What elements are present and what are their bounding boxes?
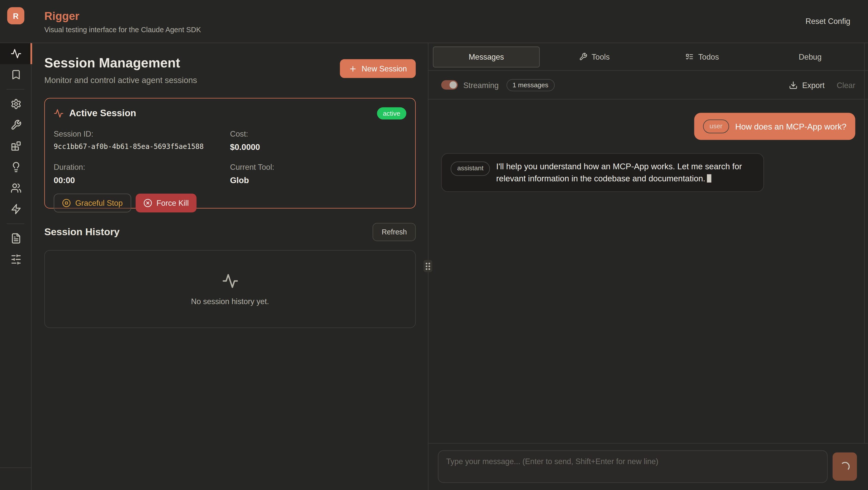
tab-todos-label: Todos — [698, 52, 719, 61]
new-session-button[interactable]: New Session — [340, 59, 416, 78]
active-session-card: Active Session active Session ID: 9cc1bb… — [44, 98, 416, 208]
list-todo-icon — [685, 53, 694, 61]
app-header: R Rigger Visual testing interface for th… — [0, 0, 868, 43]
status-badge: active — [377, 107, 406, 120]
user-message-text: How does an MCP-App work? — [735, 121, 846, 133]
gear-icon — [10, 98, 22, 109]
export-button[interactable]: Export — [789, 80, 825, 89]
page-subtitle: Monitor and control active agent session… — [44, 75, 197, 85]
new-session-label: New Session — [362, 64, 407, 73]
messages-scroll-area: user How does an MCP-App work? assistant… — [429, 100, 864, 443]
current-tool-label: Current Tool: — [230, 163, 406, 171]
session-id-label: Session ID: — [54, 130, 230, 138]
tab-debug-label: Debug — [799, 52, 822, 61]
sidebar-item-blocks[interactable] — [0, 136, 31, 157]
chat-toolbar: Streaming 1 messages Export Clear — [429, 71, 868, 99]
activity-icon — [222, 272, 239, 289]
users-icon — [10, 183, 22, 194]
refresh-button[interactable]: Refresh — [373, 223, 415, 241]
sidebar-item-bookmarks[interactable] — [0, 64, 31, 85]
force-kill-label: Force Kill — [156, 198, 189, 207]
role-badge-assistant: assistant — [451, 162, 490, 176]
sidebar-item-hooks[interactable] — [0, 198, 31, 220]
tab-debug[interactable]: Debug — [757, 46, 864, 67]
sidebar-item-settings[interactable] — [0, 94, 31, 115]
duration-label: Duration: — [54, 163, 230, 171]
duration-field: Duration: 00:00 — [54, 163, 230, 185]
app-subtitle: Visual testing interface for the Claude … — [44, 25, 201, 34]
role-badge-user: user — [703, 120, 729, 134]
lightbulb-icon — [10, 162, 22, 172]
graceful-stop-button[interactable]: Graceful Stop — [54, 194, 131, 213]
send-button[interactable] — [833, 452, 857, 481]
stop-circle-icon — [62, 198, 71, 207]
sidebar-nav — [0, 43, 31, 490]
sidebar-divider — [6, 89, 24, 90]
sliders-icon — [10, 254, 22, 265]
activity-icon — [10, 48, 22, 59]
app-logo: R — [7, 7, 24, 24]
assistant-message: assistant I'll help you understand how a… — [441, 154, 764, 192]
export-label: Export — [802, 80, 825, 89]
tab-todos[interactable]: Todos — [649, 46, 755, 67]
reset-config-button[interactable]: Reset Config — [806, 17, 850, 25]
plus-icon — [349, 64, 357, 73]
chat-tabbar: Messages Tools Todos Debug — [429, 43, 868, 71]
streaming-toggle[interactable] — [441, 80, 458, 90]
duration-value: 00:00 — [54, 175, 230, 185]
clear-button[interactable]: Clear — [837, 80, 856, 89]
session-id-field: Session ID: 9cc1bb67-af0b-4b61-85ea-5693… — [54, 130, 230, 152]
toggle-knob — [450, 81, 457, 89]
file-text-icon — [10, 233, 22, 244]
sidebar-item-logs[interactable] — [0, 228, 31, 249]
app-root: R Rigger Visual testing interface for th… — [0, 0, 868, 490]
download-icon — [789, 80, 798, 89]
chat-panel: Messages Tools Todos Debug Streaming 1 m… — [429, 43, 868, 490]
sidebar-item-sessions[interactable] — [0, 43, 31, 64]
blocks-icon — [10, 141, 22, 152]
graceful-stop-label: Graceful Stop — [75, 198, 123, 207]
active-session-title: Active Session — [69, 108, 136, 119]
session-history-empty-text: No session history yet. — [191, 297, 269, 306]
session-id-value: 9cc1bb67-af0b-4b61-85ea-5693f5ae1588 — [54, 142, 230, 151]
session-history-empty-card: No session history yet. — [44, 250, 416, 328]
force-kill-button[interactable]: Force Kill — [135, 194, 196, 213]
zap-icon — [10, 203, 22, 215]
activity-icon — [54, 108, 64, 119]
sidebar-divider — [6, 223, 24, 224]
message-count-badge: 1 messages — [506, 79, 555, 91]
wrench-icon — [10, 120, 22, 131]
session-management-panel: Session Management Monitor and control a… — [32, 43, 428, 490]
current-tool-value: Glob — [230, 175, 406, 185]
scrollbar-gutter[interactable] — [864, 43, 868, 443]
current-tool-field: Current Tool: Glob — [230, 163, 406, 185]
app-title: Rigger — [44, 10, 79, 23]
sidebar-divider — [0, 467, 31, 468]
sidebar-item-config[interactable] — [0, 249, 31, 270]
sidebar-item-tools[interactable] — [0, 115, 31, 136]
x-circle-icon — [143, 198, 152, 207]
user-message: user How does an MCP-App work? — [694, 113, 855, 140]
tab-messages[interactable]: Messages — [433, 46, 540, 67]
tab-tools-label: Tools — [592, 52, 610, 61]
bookmark-icon — [10, 69, 22, 80]
wrench-icon — [579, 53, 587, 61]
sidebar-item-agents[interactable] — [0, 177, 31, 199]
cost-label: Cost: — [230, 130, 406, 138]
tab-tools[interactable]: Tools — [541, 46, 648, 67]
message-composer — [429, 443, 868, 490]
cost-value: $0.0000 — [230, 142, 406, 152]
page-title: Session Management — [44, 55, 197, 71]
assistant-message-text: I'll help you understand how an MCP-App … — [496, 161, 755, 185]
app-logo-letter: R — [13, 11, 19, 20]
session-history-title: Session History — [44, 226, 120, 238]
message-input[interactable] — [438, 450, 828, 483]
streaming-label: Streaming — [463, 80, 499, 89]
tab-messages-label: Messages — [469, 52, 504, 61]
cost-field: Cost: $0.0000 — [230, 130, 406, 152]
sidebar-item-ideas[interactable] — [0, 157, 31, 177]
spinner-icon — [840, 462, 849, 471]
streaming-cursor — [707, 174, 711, 183]
